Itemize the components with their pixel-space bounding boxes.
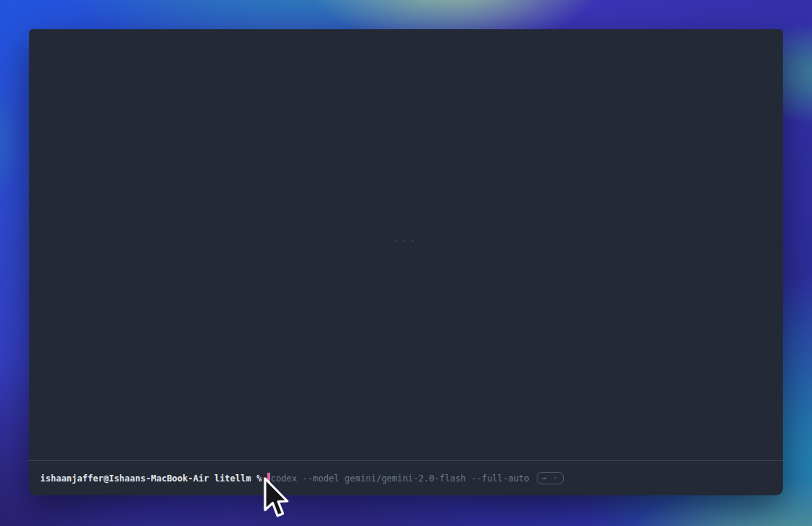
terminal-output-area: ··· (29, 29, 783, 460)
shell-prompt: ishaanjaffer@Ishaans-MacBook-Air litellm… (40, 473, 267, 484)
autosuggestion-text: codex --model gemini/gemini-2.0-flash --… (271, 473, 529, 484)
desktop-wallpaper: ··· ishaanjaffer@Ishaans-MacBook-Air lit… (0, 0, 812, 526)
text-cursor (267, 473, 270, 484)
loading-dots: ··· (394, 236, 418, 246)
accept-suggestion-hint-badge: → · (537, 472, 564, 484)
terminal-window[interactable]: ··· ishaanjaffer@Ishaans-MacBook-Air lit… (29, 29, 783, 495)
command-input-line[interactable]: ishaanjaffer@Ishaans-MacBook-Air litellm… (29, 461, 783, 495)
